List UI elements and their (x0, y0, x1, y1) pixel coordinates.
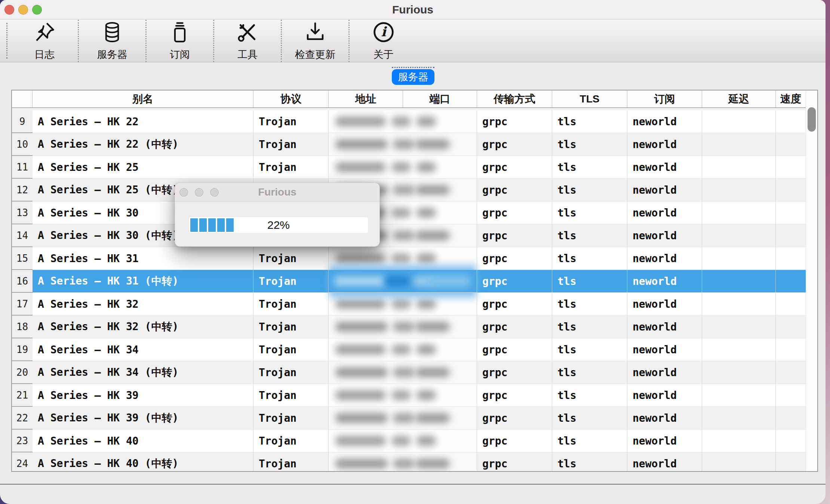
cell-subscription[interactable]: neworld (627, 384, 702, 407)
table-row[interactable]: 23A Series – HK 40Trojangrpctlsneworld (12, 430, 817, 452)
table-row[interactable]: 12A Series – HK 25 (中转)Trojangrpctlsnewo… (12, 179, 817, 202)
table-row[interactable]: 20A Series – HK 34 (中转)Trojangrpctlsnewo… (12, 361, 817, 384)
cell-speed[interactable] (776, 361, 806, 384)
column-header-地址[interactable]: 地址 (329, 90, 403, 107)
cell-tls[interactable]: tls (552, 224, 627, 247)
cell-alias[interactable]: A Series – HK 22 (中转) (33, 133, 253, 156)
cell-latency[interactable] (702, 430, 776, 452)
cell-protocol[interactable]: Trojan (253, 361, 329, 384)
cell-speed[interactable] (776, 110, 806, 133)
cell-tls[interactable]: tls (552, 202, 627, 224)
cell-subscription[interactable]: neworld (627, 179, 702, 202)
column-header-订阅[interactable]: 订阅 (627, 90, 702, 107)
cell-speed[interactable] (776, 338, 806, 361)
cell-latency[interactable] (702, 110, 776, 133)
cell-transport[interactable]: grpc (477, 270, 552, 293)
column-header-rownum[interactable] (12, 90, 33, 107)
cell-tls[interactable]: tls (552, 316, 627, 338)
table-row[interactable]: 22A Series – HK 39 (中转)Trojangrpctlsnewo… (12, 407, 817, 430)
cell-alias[interactable]: A Series – HK 34 (33, 338, 253, 361)
cell-transport[interactable]: grpc (477, 430, 552, 452)
cell-speed[interactable] (776, 202, 806, 224)
cell-tls[interactable]: tls (552, 156, 627, 179)
cell-latency[interactable] (702, 316, 776, 338)
cell-tls[interactable]: tls (552, 384, 627, 407)
table-row[interactable]: 19A Series – HK 34Trojangrpctlsneworld (12, 338, 817, 361)
cell-tls[interactable]: tls (552, 247, 627, 270)
cell-address-port-redacted[interactable] (329, 407, 477, 430)
cell-speed[interactable] (776, 270, 806, 293)
cell-protocol[interactable]: Trojan (253, 110, 329, 133)
toolbar-item-3[interactable]: 订阅 (147, 20, 214, 62)
cell-alias[interactable]: A Series – HK 22 (33, 110, 253, 133)
cell-protocol[interactable]: Trojan (253, 133, 329, 156)
table-row[interactable]: 16A Series – HK 31 (中转)Trojangrpctlsnewo… (12, 270, 817, 293)
cell-subscription[interactable]: neworld (627, 452, 702, 472)
cell-address-port-redacted[interactable] (329, 247, 477, 270)
cell-protocol[interactable]: Trojan (253, 293, 329, 316)
cell-tls[interactable]: tls (552, 293, 627, 316)
cell-latency[interactable] (702, 452, 776, 472)
cell-speed[interactable] (776, 384, 806, 407)
column-header-延迟[interactable]: 延迟 (702, 90, 776, 107)
cell-tls[interactable]: tls (552, 361, 627, 384)
cell-latency[interactable] (702, 202, 776, 224)
cell-alias[interactable]: A Series – HK 25 (33, 156, 253, 179)
cell-transport[interactable]: grpc (477, 316, 552, 338)
cell-transport[interactable]: grpc (477, 384, 552, 407)
cell-latency[interactable] (702, 179, 776, 202)
cell-transport[interactable]: grpc (477, 156, 552, 179)
cell-latency[interactable] (702, 156, 776, 179)
tab-servers[interactable]: 服务器 (392, 69, 434, 85)
cell-latency[interactable] (702, 247, 776, 270)
cell-speed[interactable] (776, 133, 806, 156)
cell-transport[interactable]: grpc (477, 179, 552, 202)
cell-alias[interactable]: A Series – HK 32 (中转) (33, 316, 253, 338)
cell-alias[interactable]: A Series – HK 40 (33, 430, 253, 452)
toolbar-item-5[interactable]: 检查更新 (282, 20, 350, 62)
cell-transport[interactable]: grpc (477, 110, 552, 133)
table-row[interactable]: 21A Series – HK 39Trojangrpctlsneworld (12, 384, 817, 407)
cell-protocol[interactable]: Trojan (253, 270, 329, 293)
cell-tls[interactable]: tls (552, 338, 627, 361)
cell-transport[interactable]: grpc (477, 202, 552, 224)
cell-protocol[interactable]: Trojan (253, 316, 329, 338)
cell-latency[interactable] (702, 224, 776, 247)
cell-protocol[interactable]: Trojan (253, 247, 329, 270)
cell-subscription[interactable]: neworld (627, 361, 702, 384)
table-row[interactable]: 9A Series – HK 22Trojangrpctlsneworld (12, 110, 817, 133)
cell-address-port-redacted[interactable] (329, 384, 477, 407)
cell-protocol[interactable]: Trojan (253, 156, 329, 179)
cell-address-port-redacted[interactable] (329, 156, 477, 179)
column-header-端口[interactable]: 端口 (403, 90, 477, 107)
cell-latency[interactable] (702, 133, 776, 156)
cell-tls[interactable]: tls (552, 110, 627, 133)
toolbar-item-4[interactable]: 工具 (214, 20, 282, 62)
cell-tls[interactable]: tls (552, 430, 627, 452)
cell-latency[interactable] (702, 270, 776, 293)
cell-transport[interactable]: grpc (477, 133, 552, 156)
cell-alias[interactable]: A Series – HK 34 (中转) (33, 361, 253, 384)
cell-tls[interactable]: tls (552, 133, 627, 156)
column-header-协议[interactable]: 协议 (253, 90, 329, 107)
cell-transport[interactable]: grpc (477, 224, 552, 247)
table-row[interactable]: 24A Series – HK 40 (中转)Trojangrpctlsnewo… (12, 452, 817, 472)
cell-latency[interactable] (702, 384, 776, 407)
cell-alias[interactable]: A Series – HK 32 (33, 293, 253, 316)
cell-speed[interactable] (776, 156, 806, 179)
cell-subscription[interactable]: neworld (627, 110, 702, 133)
cell-subscription[interactable]: neworld (627, 293, 702, 316)
cell-alias[interactable]: A Series – HK 31 (33, 247, 253, 270)
cell-protocol[interactable]: Trojan (253, 430, 329, 452)
cell-speed[interactable] (776, 316, 806, 338)
toolbar-item-2[interactable]: 服务器 (79, 20, 147, 62)
table-row[interactable]: 11A Series – HK 25Trojangrpctlsneworld (12, 156, 817, 179)
cell-alias[interactable]: A Series – HK 39 (中转) (33, 407, 253, 430)
cell-address-port-redacted[interactable] (329, 361, 477, 384)
cell-transport[interactable]: grpc (477, 452, 552, 472)
cell-alias[interactable]: A Series – HK 31 (中转) (33, 270, 253, 293)
cell-subscription[interactable]: neworld (627, 202, 702, 224)
toolbar-item-6[interactable]: i关于 (350, 20, 417, 62)
cell-address-port-redacted[interactable] (329, 293, 477, 316)
cell-subscription[interactable]: neworld (627, 247, 702, 270)
